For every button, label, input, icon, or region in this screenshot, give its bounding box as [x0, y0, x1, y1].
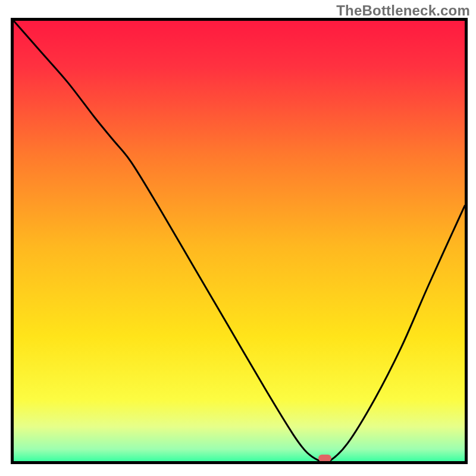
bottleneck-curve: [14, 21, 465, 461]
plot-area: [11, 18, 468, 464]
watermark-text: TheBottleneck.com: [336, 2, 470, 19]
chart-frame: TheBottleneck.com: [0, 0, 476, 476]
optimal-point-marker: [318, 455, 331, 462]
